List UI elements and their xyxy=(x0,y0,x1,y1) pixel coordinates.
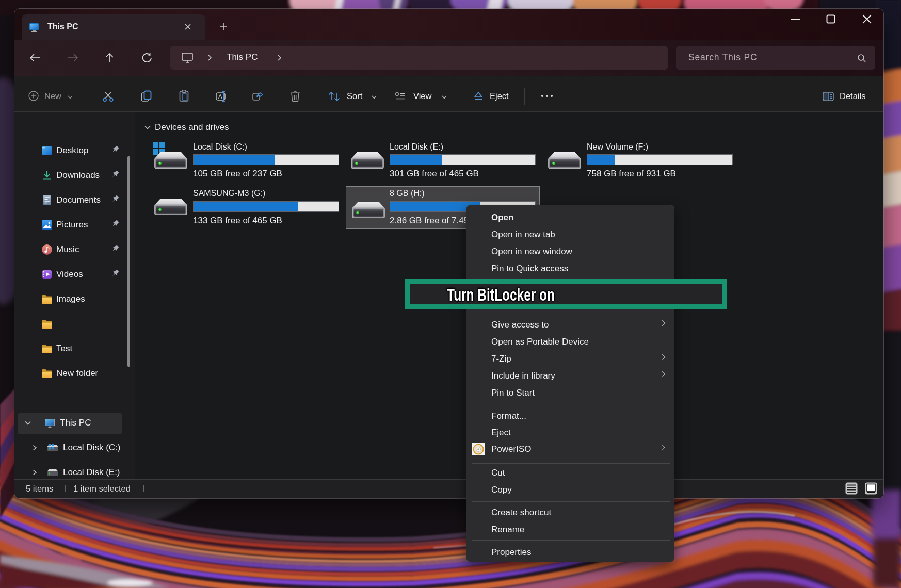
svg-text:A: A xyxy=(218,93,222,100)
